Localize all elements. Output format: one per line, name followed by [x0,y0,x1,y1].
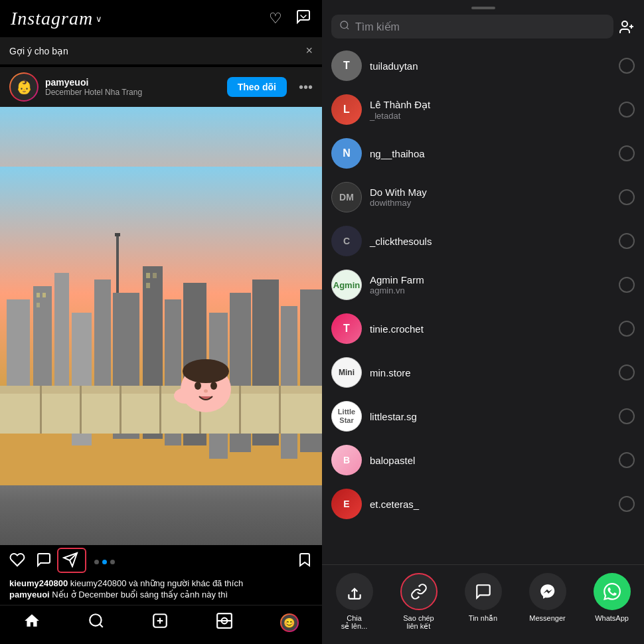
suggested-user-avatar[interactable]: 👶 [9,72,39,102]
search-icon [339,20,350,33]
contact-handle: _letadat [370,111,611,121]
copy-link-action-label: Sao chépliên kết [403,614,434,631]
svg-rect-27 [120,386,121,434]
message-icon-circle [465,573,502,610]
suggested-user-info: pamyeuoi December Hotel Nha Trang [45,77,220,97]
likers-label: kieumy240800 và những người khác đã thíc… [70,578,243,588]
copy-link-action[interactable]: Sao chépliên kết [396,573,442,631]
contact-name: min.store [370,367,611,378]
contact-select-radio[interactable] [619,58,635,74]
more-options-button[interactable]: ••• [299,80,313,95]
contact-name: littlestar.sg [370,411,611,422]
contact-name: Agmin Farm [370,274,611,285]
contact-name: tuiladuytan [370,60,611,72]
contact-select-radio[interactable] [619,321,635,337]
messenger-icon[interactable] [295,9,311,29]
contact-select-radio[interactable] [619,189,635,205]
like-button[interactable] [9,552,25,572]
share-highlight-border [57,548,86,573]
contact-select-radio[interactable] [619,102,635,118]
contact-select-radio[interactable] [619,233,635,249]
contact-name: tinie.crochet [370,323,611,335]
contact-avatar: B [331,445,362,475]
bottom-navigation: 😊 [0,605,322,644]
contact-name: _clickthesouls [370,236,611,247]
post-caption-text: pamyeuoi Nếu ở December buổi sáng thấy c… [9,590,313,600]
contact-select-radio[interactable] [619,496,635,512]
share-search-bar[interactable]: Tìm kiếm [331,15,613,39]
contact-avatar: T [331,50,362,81]
svg-point-36 [204,390,208,393]
svg-line-49 [347,27,349,29]
drag-handle [471,7,495,9]
caption-author[interactable]: pamyeuoi [9,590,50,600]
contact-item[interactable]: Agmin Agmin Farm agmin.vn [322,263,644,307]
contact-item[interactable]: Mini min.store [322,351,644,394]
instagram-logo: Instagram [11,8,93,29]
follow-button[interactable]: Theo dõi [227,77,287,97]
contact-item[interactable]: T tinie.crochet [322,307,644,351]
suggestion-close-button[interactable]: × [305,44,313,58]
bookmark-button[interactable] [297,552,313,572]
messenger-action[interactable]: Messenger [524,573,571,622]
contact-info: littlestar.sg [370,411,611,422]
svg-rect-22 [115,233,120,236]
whatsapp-action[interactable]: WhatsApp [589,573,635,622]
svg-rect-17 [37,303,40,307]
like-notification-icon[interactable]: ♡ [269,10,282,27]
contact-select-radio[interactable] [619,277,635,293]
contact-avatar: DM [331,182,362,212]
contact-item[interactable]: C _clickthesouls [322,219,644,263]
nav-reels-button[interactable] [216,612,233,633]
instagram-header: Instagram ∨ ♡ [0,0,322,37]
contact-select-radio[interactable] [619,364,635,380]
whatsapp-icon-circle [594,573,631,610]
contact-name: balopastel [370,455,611,466]
contact-item[interactable]: E et.ceteras_ [322,482,644,526]
svg-rect-21 [116,233,119,293]
svg-line-41 [100,624,103,627]
contact-avatar: C [331,226,362,256]
contact-item[interactable]: LittleStar littlestar.sg [322,394,644,438]
svg-rect-16 [42,293,46,297]
nav-search-button[interactable] [88,612,105,633]
contact-list: T tuiladuytan L Lê Thành Đạt _letadat N … [322,44,644,564]
contact-select-radio[interactable] [619,408,635,424]
share-upload-action[interactable]: Chiasẻ lên... [331,573,378,631]
contact-select-radio[interactable] [619,452,635,468]
message-action[interactable]: Tin nhắn [460,573,507,623]
svg-rect-25 [40,386,42,434]
svg-point-40 [90,614,101,625]
contact-item[interactable]: L Lê Thành Đạt _letadat [322,88,644,131]
nav-add-button[interactable] [151,612,169,633]
contact-item[interactable]: B balopastel [322,438,644,482]
contact-info: ng__thaihoa [370,148,611,159]
contact-avatar: Mini [331,357,362,388]
contact-info: balopastel [370,455,611,466]
nav-profile-button[interactable]: 😊 [280,613,299,632]
svg-point-37 [174,388,198,404]
logo-dropdown-icon[interactable]: ∨ [96,14,102,24]
dot-1 [94,560,99,564]
add-friend-button[interactable] [619,19,635,39]
contact-item[interactable]: N ng__thaihoa [322,131,644,175]
post-caption-area: kieumy240800 kieumy240800 và những người… [0,576,322,605]
comment-button[interactable] [36,552,52,572]
suggestion-bar: Gợi ý cho bạn × [0,37,322,64]
suggested-user-name: pamyeuoi [45,77,220,88]
contact-info: Agmin Farm agmin.vn [370,274,611,295]
contact-avatar: N [331,138,362,169]
contact-avatar: T [331,313,362,344]
svg-point-50 [622,21,627,27]
contact-item[interactable]: DM Do With May dowithmay [322,175,644,219]
svg-point-34 [195,382,201,390]
contact-avatar: Agmin [331,270,362,300]
liker-name[interactable]: kieumy240800 [9,578,68,588]
messenger-icon-circle [529,573,566,610]
search-placeholder-text[interactable]: Tìm kiếm [355,21,400,33]
contact-item[interactable]: T tuiladuytan [322,44,644,88]
nav-home-button[interactable] [23,612,40,633]
contact-select-radio[interactable] [619,145,635,161]
contact-info: et.ceteras_ [370,499,611,510]
contact-avatar: L [331,94,362,125]
